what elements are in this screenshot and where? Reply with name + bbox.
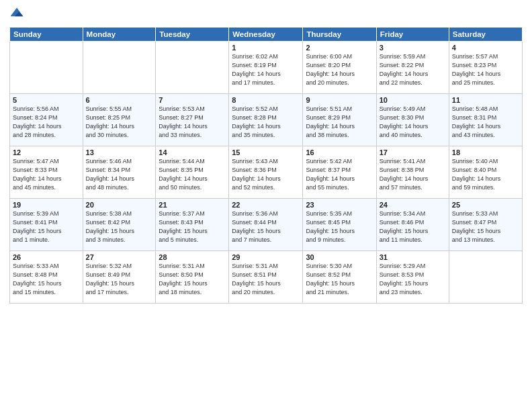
day-info: Sunrise: 5:43 AM Sunset: 8:36 PM Dayligh…	[232, 158, 281, 191]
calendar-header-row: SundayMondayTuesdayWednesdayThursdayFrid…	[10, 28, 523, 42]
day-info: Sunrise: 5:49 AM Sunset: 8:30 PM Dayligh…	[380, 105, 429, 138]
day-number: 16	[306, 148, 373, 156]
day-number: 4	[452, 44, 519, 52]
day-number: 12	[13, 148, 80, 156]
calendar-cell: 29Sunrise: 5:31 AM Sunset: 8:51 PM Dayli…	[229, 251, 303, 304]
day-info: Sunrise: 5:59 AM Sunset: 8:22 PM Dayligh…	[380, 53, 429, 86]
calendar-cell: 9Sunrise: 5:51 AM Sunset: 8:29 PM Daylig…	[303, 94, 376, 146]
day-info: Sunrise: 5:48 AM Sunset: 8:31 PM Dayligh…	[452, 105, 501, 138]
calendar-week-4: 19Sunrise: 5:39 AM Sunset: 8:41 PM Dayli…	[10, 199, 523, 251]
calendar-cell: 4Sunrise: 5:57 AM Sunset: 8:23 PM Daylig…	[449, 42, 522, 94]
weekday-header-sunday: Sunday	[10, 28, 83, 42]
day-number: 14	[159, 148, 226, 156]
calendar-cell	[10, 42, 83, 94]
calendar-cell: 19Sunrise: 5:39 AM Sunset: 8:41 PM Dayli…	[10, 199, 83, 251]
day-info: Sunrise: 5:51 AM Sunset: 8:29 PM Dayligh…	[306, 105, 355, 138]
calendar-cell: 7Sunrise: 5:53 AM Sunset: 8:27 PM Daylig…	[156, 94, 229, 146]
calendar-cell: 14Sunrise: 5:44 AM Sunset: 8:35 PM Dayli…	[156, 146, 229, 199]
calendar-cell: 17Sunrise: 5:41 AM Sunset: 8:38 PM Dayli…	[376, 146, 449, 199]
calendar-cell: 15Sunrise: 5:43 AM Sunset: 8:36 PM Dayli…	[229, 146, 303, 199]
day-number: 23	[306, 201, 373, 209]
header	[9, 7, 523, 21]
calendar-cell	[449, 251, 522, 304]
calendar-cell: 24Sunrise: 5:34 AM Sunset: 8:46 PM Dayli…	[376, 199, 449, 251]
day-info: Sunrise: 5:29 AM Sunset: 8:53 PM Dayligh…	[380, 263, 429, 295]
day-number: 5	[13, 96, 80, 104]
calendar-cell: 26Sunrise: 5:33 AM Sunset: 8:48 PM Dayli…	[10, 251, 83, 304]
day-info: Sunrise: 5:53 AM Sunset: 8:27 PM Dayligh…	[159, 105, 208, 138]
day-number: 17	[380, 148, 446, 156]
calendar-cell: 22Sunrise: 5:36 AM Sunset: 8:44 PM Dayli…	[229, 199, 303, 251]
calendar-cell: 13Sunrise: 5:46 AM Sunset: 8:34 PM Dayli…	[83, 146, 156, 199]
day-info: Sunrise: 5:40 AM Sunset: 8:40 PM Dayligh…	[452, 158, 501, 191]
calendar-cell: 2Sunrise: 6:00 AM Sunset: 8:20 PM Daylig…	[303, 42, 376, 94]
day-number: 10	[380, 96, 446, 104]
day-info: Sunrise: 5:33 AM Sunset: 8:48 PM Dayligh…	[13, 263, 62, 295]
calendar-cell: 30Sunrise: 5:30 AM Sunset: 8:52 PM Dayli…	[303, 251, 376, 304]
calendar-cell: 12Sunrise: 5:47 AM Sunset: 8:33 PM Dayli…	[10, 146, 83, 199]
calendar-week-2: 5Sunrise: 5:56 AM Sunset: 8:24 PM Daylig…	[10, 94, 523, 146]
calendar-cell: 6Sunrise: 5:55 AM Sunset: 8:25 PM Daylig…	[83, 94, 156, 146]
day-info: Sunrise: 5:31 AM Sunset: 8:51 PM Dayligh…	[232, 263, 281, 295]
day-info: Sunrise: 5:47 AM Sunset: 8:33 PM Dayligh…	[13, 158, 62, 191]
day-number: 22	[232, 201, 300, 209]
day-number: 19	[13, 201, 80, 209]
day-number: 26	[13, 253, 80, 261]
weekday-header-saturday: Saturday	[449, 28, 522, 42]
day-number: 28	[159, 253, 226, 261]
day-number: 3	[380, 44, 446, 52]
day-number: 13	[86, 148, 153, 156]
day-number: 6	[86, 96, 153, 104]
day-number: 21	[159, 201, 226, 209]
day-info: Sunrise: 5:36 AM Sunset: 8:44 PM Dayligh…	[232, 210, 281, 243]
day-number: 2	[306, 44, 373, 52]
day-info: Sunrise: 5:32 AM Sunset: 8:49 PM Dayligh…	[86, 263, 135, 295]
calendar-cell: 23Sunrise: 5:35 AM Sunset: 8:45 PM Dayli…	[303, 199, 376, 251]
weekday-header-wednesday: Wednesday	[229, 28, 303, 42]
day-number: 8	[232, 96, 300, 104]
weekday-header-tuesday: Tuesday	[156, 28, 229, 42]
calendar-cell: 31Sunrise: 5:29 AM Sunset: 8:53 PM Dayli…	[376, 251, 449, 304]
day-info: Sunrise: 5:52 AM Sunset: 8:28 PM Dayligh…	[232, 105, 281, 138]
day-info: Sunrise: 5:35 AM Sunset: 8:45 PM Dayligh…	[306, 210, 355, 243]
day-number: 15	[232, 148, 300, 156]
day-info: Sunrise: 5:42 AM Sunset: 8:37 PM Dayligh…	[306, 158, 355, 191]
day-info: Sunrise: 6:02 AM Sunset: 8:19 PM Dayligh…	[232, 53, 281, 86]
day-number: 30	[306, 253, 373, 261]
calendar-cell: 11Sunrise: 5:48 AM Sunset: 8:31 PM Dayli…	[449, 94, 522, 146]
day-info: Sunrise: 5:56 AM Sunset: 8:24 PM Dayligh…	[13, 105, 62, 138]
calendar-cell: 3Sunrise: 5:59 AM Sunset: 8:22 PM Daylig…	[376, 42, 449, 94]
calendar-cell: 1Sunrise: 6:02 AM Sunset: 8:19 PM Daylig…	[229, 42, 303, 94]
day-info: Sunrise: 5:57 AM Sunset: 8:23 PM Dayligh…	[452, 53, 501, 86]
calendar-cell: 21Sunrise: 5:37 AM Sunset: 8:43 PM Dayli…	[156, 199, 229, 251]
day-number: 7	[159, 96, 226, 104]
day-info: Sunrise: 5:38 AM Sunset: 8:42 PM Dayligh…	[86, 210, 135, 243]
day-number: 11	[452, 96, 519, 104]
calendar-cell: 5Sunrise: 5:56 AM Sunset: 8:24 PM Daylig…	[10, 94, 83, 146]
day-number: 25	[452, 201, 519, 209]
calendar-cell: 16Sunrise: 5:42 AM Sunset: 8:37 PM Dayli…	[303, 146, 376, 199]
day-info: Sunrise: 5:46 AM Sunset: 8:34 PM Dayligh…	[86, 158, 135, 191]
day-number: 29	[232, 253, 300, 261]
day-number: 1	[232, 44, 300, 52]
day-info: Sunrise: 5:44 AM Sunset: 8:35 PM Dayligh…	[159, 158, 208, 191]
day-number: 20	[86, 201, 153, 209]
weekday-header-friday: Friday	[376, 28, 449, 42]
day-number: 27	[86, 253, 153, 261]
calendar-cell: 27Sunrise: 5:32 AM Sunset: 8:49 PM Dayli…	[83, 251, 156, 304]
calendar-cell	[156, 42, 229, 94]
page: SundayMondayTuesdayWednesdayThursdayFrid…	[0, 0, 532, 411]
day-number: 18	[452, 148, 519, 156]
calendar-week-5: 26Sunrise: 5:33 AM Sunset: 8:48 PM Dayli…	[10, 251, 523, 304]
day-info: Sunrise: 5:31 AM Sunset: 8:50 PM Dayligh…	[159, 263, 208, 295]
weekday-header-thursday: Thursday	[303, 28, 376, 42]
calendar-cell: 18Sunrise: 5:40 AM Sunset: 8:40 PM Dayli…	[449, 146, 522, 199]
day-info: Sunrise: 5:30 AM Sunset: 8:52 PM Dayligh…	[306, 263, 355, 295]
calendar-table: SundayMondayTuesdayWednesdayThursdayFrid…	[9, 27, 523, 304]
day-info: Sunrise: 6:00 AM Sunset: 8:20 PM Dayligh…	[306, 53, 355, 86]
calendar-week-3: 12Sunrise: 5:47 AM Sunset: 8:33 PM Dayli…	[10, 146, 523, 199]
day-number: 24	[380, 201, 446, 209]
logo	[9, 7, 26, 21]
calendar-cell: 8Sunrise: 5:52 AM Sunset: 8:28 PM Daylig…	[229, 94, 303, 146]
day-info: Sunrise: 5:55 AM Sunset: 8:25 PM Dayligh…	[86, 105, 135, 138]
